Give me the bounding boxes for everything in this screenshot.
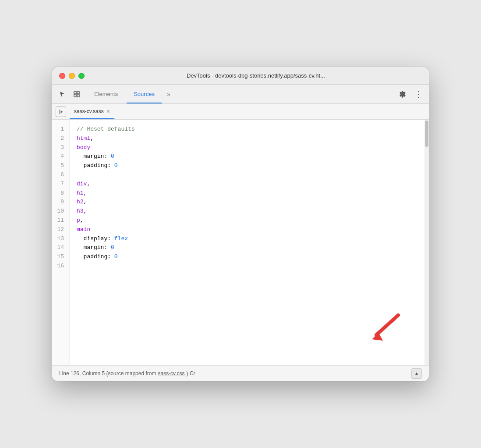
svg-rect-2 (74, 95, 76, 97)
token-selector: h2 (77, 198, 84, 207)
token-plain: , (80, 216, 84, 225)
token-plain: , (90, 134, 94, 143)
file-tab-sass[interactable]: sass-cv.sass × (70, 104, 114, 119)
toolbar-actions: ⋮ (396, 87, 425, 101)
code-line: html, (77, 134, 417, 143)
statusbar: Line 126, Column 5 (source mapped from s… (52, 365, 429, 381)
token-value: 0 (114, 252, 118, 262)
traffic-lights (59, 73, 85, 79)
line-numbers: 12345678910111213141516 (52, 120, 70, 365)
code-line: main (77, 225, 417, 235)
tab-more[interactable]: » (163, 85, 174, 103)
token-value: 0 (111, 152, 114, 161)
token-selector: h1 (77, 189, 84, 198)
cursor-icon[interactable] (56, 87, 70, 101)
code-line: h2, (77, 198, 417, 207)
close-button[interactable] (59, 73, 65, 79)
token-plain: display: (77, 235, 114, 244)
svg-marker-5 (61, 110, 63, 113)
layers-icon[interactable] (70, 87, 84, 101)
line-number: 5 (56, 161, 64, 171)
token-plain: margin: (77, 243, 111, 252)
token-plain: padding: (77, 161, 114, 171)
code-line: p, (77, 216, 417, 225)
tab-sources[interactable]: Sources (127, 85, 162, 103)
token-selector: body (77, 143, 90, 153)
token-selector: main (77, 225, 90, 235)
line-number: 1 (56, 125, 64, 134)
line-number: 9 (56, 198, 64, 207)
file-tab-name: sass-cv.sass (74, 108, 104, 114)
code-line: h1, (77, 189, 417, 198)
token-selector: h3 (77, 207, 84, 216)
code-line (77, 262, 417, 271)
code-line: // Reset defaults (77, 125, 417, 134)
line-number: 13 (56, 235, 64, 244)
maximize-button[interactable] (78, 73, 85, 79)
statusbar-text: Line 126, Column 5 (source mapped from (59, 370, 156, 377)
code-content[interactable]: // Reset defaultshtml,body margin: 0 pad… (70, 120, 424, 365)
line-number: 11 (56, 216, 64, 225)
code-line: h3, (77, 207, 417, 216)
gear-icon[interactable] (396, 87, 410, 101)
token-selector: html (77, 134, 90, 143)
code-line: div, (77, 180, 417, 189)
svg-rect-1 (77, 92, 79, 94)
statusbar-text2: ) Cr (187, 370, 195, 377)
tab-elements[interactable]: Elements (87, 85, 125, 103)
window-title: DevTools - devtools-dbg-stories.netlify.… (90, 72, 422, 79)
statusbar-right: ▲ (411, 368, 422, 379)
main-toolbar: Elements Sources » ⋮ (52, 85, 429, 104)
titlebar: DevTools - devtools-dbg-stories.netlify.… (52, 67, 429, 85)
token-value: flex (114, 235, 128, 244)
svg-rect-0 (74, 92, 76, 94)
token-plain: margin: (77, 152, 111, 161)
more-options-icon[interactable]: ⋮ (411, 87, 425, 101)
code-line: padding: 0 (77, 252, 417, 262)
code-line: margin: 0 (77, 152, 417, 161)
line-number: 7 (56, 180, 64, 189)
code-line: body (77, 143, 417, 153)
line-number: 10 (56, 207, 64, 216)
file-tab-close[interactable]: × (106, 108, 110, 114)
svg-rect-4 (59, 110, 60, 114)
minimize-button[interactable] (69, 73, 75, 79)
line-number: 15 (56, 252, 64, 262)
token-plain: , (84, 198, 87, 207)
token-comment: // Reset defaults (77, 125, 135, 134)
token-plain: , (87, 180, 90, 189)
code-editor: 12345678910111213141516 // Reset default… (52, 120, 429, 365)
line-number: 2 (56, 134, 64, 143)
token-value: 0 (114, 161, 118, 171)
code-line: padding: 0 (77, 161, 417, 171)
token-plain: , (84, 189, 87, 198)
line-number: 16 (56, 262, 64, 271)
code-line (77, 171, 417, 180)
line-number: 4 (56, 152, 64, 161)
statusbar-link[interactable]: sass-cv.css (158, 370, 184, 377)
code-line: margin: 0 (77, 243, 417, 252)
token-selector: p (77, 216, 80, 225)
token-plain: padding: (77, 252, 114, 262)
devtools-window: DevTools - devtools-dbg-stories.netlify.… (52, 67, 429, 381)
token-value: 0 (111, 243, 114, 252)
scrollbar-thumb[interactable] (425, 121, 428, 147)
line-number: 14 (56, 243, 64, 252)
line-number: 12 (56, 225, 64, 235)
line-number: 6 (56, 171, 64, 180)
svg-rect-3 (77, 95, 79, 97)
token-selector: div (77, 180, 87, 189)
statusbar-expand-btn[interactable]: ▲ (411, 368, 422, 379)
tab-list: Elements Sources » (87, 85, 174, 103)
file-panel-toggle[interactable] (56, 107, 66, 117)
line-number: 8 (56, 189, 64, 198)
scrollbar[interactable] (424, 120, 429, 365)
line-number: 3 (56, 143, 64, 153)
code-line: display: flex (77, 235, 417, 244)
file-tabbar: sass-cv.sass × (52, 104, 429, 120)
token-plain: , (84, 207, 87, 216)
